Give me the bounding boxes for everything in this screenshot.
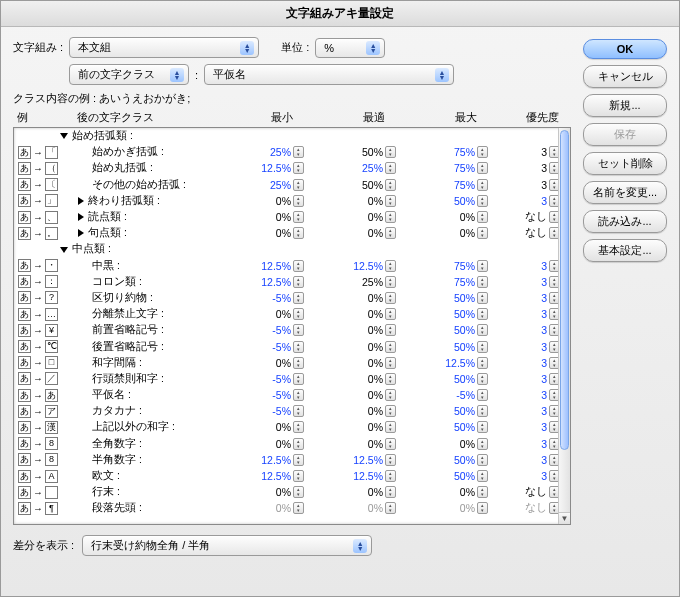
scroll-down-icon[interactable]: ▼: [559, 512, 570, 524]
priority-cell[interactable]: なし▴▾: [504, 210, 558, 224]
value-cell[interactable]: 75%▴▾: [412, 179, 504, 191]
spinner-icon[interactable]: ▴▾: [385, 276, 396, 288]
value-cell[interactable]: 0%▴▾: [412, 438, 504, 450]
spinner-icon[interactable]: ▴▾: [477, 438, 488, 450]
priority-cell[interactable]: 3▴▾: [504, 357, 558, 369]
priority-cell[interactable]: なし▴▾: [504, 501, 558, 515]
disclosure-icon[interactable]: [60, 133, 68, 139]
spinner-icon[interactable]: ▴▾: [293, 454, 304, 466]
spinner-icon[interactable]: ▴▾: [549, 502, 558, 514]
basic-button[interactable]: 基本設定...: [583, 239, 667, 262]
priority-cell[interactable]: 3▴▾: [504, 195, 558, 207]
spinner-icon[interactable]: ▴▾: [293, 162, 304, 174]
spinner-icon[interactable]: ▴▾: [385, 357, 396, 369]
value-cell[interactable]: 0%▴▾: [228, 357, 320, 369]
value-cell[interactable]: 0%▴▾: [320, 341, 412, 353]
priority-cell[interactable]: 3▴▾: [504, 405, 558, 417]
spinner-icon[interactable]: ▴▾: [477, 146, 488, 158]
value-cell[interactable]: -5%▴▾: [228, 373, 320, 385]
spinner-icon[interactable]: ▴▾: [385, 502, 396, 514]
spinner-icon[interactable]: ▴▾: [293, 373, 304, 385]
value-cell[interactable]: 50%▴▾: [412, 421, 504, 433]
spinner-icon[interactable]: ▴▾: [477, 324, 488, 336]
spinner-icon[interactable]: ▴▾: [477, 341, 488, 353]
spinner-icon[interactable]: ▴▾: [549, 292, 558, 304]
spinner-icon[interactable]: ▴▾: [385, 341, 396, 353]
value-cell[interactable]: 12.5%▴▾: [228, 454, 320, 466]
spinner-icon[interactable]: ▴▾: [385, 162, 396, 174]
spinner-icon[interactable]: ▴▾: [549, 146, 558, 158]
value-cell[interactable]: 12.5%▴▾: [228, 470, 320, 482]
cancel-button[interactable]: キャンセル: [583, 65, 667, 88]
spinner-icon[interactable]: ▴▾: [549, 162, 558, 174]
spinner-icon[interactable]: ▴▾: [293, 405, 304, 417]
spinner-icon[interactable]: ▴▾: [293, 341, 304, 353]
spinner-icon[interactable]: ▴▾: [477, 179, 488, 191]
spinner-icon[interactable]: ▴▾: [293, 146, 304, 158]
spinner-icon[interactable]: ▴▾: [293, 179, 304, 191]
spinner-icon[interactable]: ▴▾: [549, 341, 558, 353]
value-cell[interactable]: 0%▴▾: [320, 324, 412, 336]
priority-cell[interactable]: 3▴▾: [504, 438, 558, 450]
priority-cell[interactable]: 3▴▾: [504, 373, 558, 385]
spinner-icon[interactable]: ▴▾: [549, 357, 558, 369]
value-cell[interactable]: 75%▴▾: [412, 162, 504, 174]
value-cell[interactable]: 0%▴▾: [228, 308, 320, 320]
group-label[interactable]: 中点類 :: [60, 242, 228, 256]
value-cell[interactable]: 50%▴▾: [412, 470, 504, 482]
value-cell[interactable]: 0%▴▾: [412, 502, 504, 514]
priority-cell[interactable]: なし▴▾: [504, 226, 558, 240]
value-cell[interactable]: 50%▴▾: [412, 454, 504, 466]
priority-cell[interactable]: なし▴▾: [504, 485, 558, 499]
disclosure-icon[interactable]: [78, 229, 84, 237]
spinner-icon[interactable]: ▴▾: [293, 195, 304, 207]
disclosure-icon[interactable]: [60, 247, 68, 253]
spinner-icon[interactable]: ▴▾: [549, 438, 558, 450]
value-cell[interactable]: 12.5%▴▾: [320, 260, 412, 272]
spinner-icon[interactable]: ▴▾: [293, 276, 304, 288]
spinner-icon[interactable]: ▴▾: [477, 308, 488, 320]
spinner-icon[interactable]: ▴▾: [477, 502, 488, 514]
value-cell[interactable]: 0%▴▾: [320, 211, 412, 223]
spinner-icon[interactable]: ▴▾: [385, 227, 396, 239]
class-select[interactable]: 平仮名 ▲▼: [204, 64, 454, 85]
spinner-icon[interactable]: ▴▾: [549, 324, 558, 336]
value-cell[interactable]: 75%▴▾: [412, 276, 504, 288]
spinner-icon[interactable]: ▴▾: [385, 389, 396, 401]
value-cell[interactable]: 12.5%▴▾: [412, 357, 504, 369]
value-cell[interactable]: 25%▴▾: [320, 162, 412, 174]
value-cell[interactable]: 75%▴▾: [412, 260, 504, 272]
value-cell[interactable]: 12.5%▴▾: [320, 454, 412, 466]
value-cell[interactable]: 50%▴▾: [412, 405, 504, 417]
spinner-icon[interactable]: ▴▾: [477, 276, 488, 288]
value-cell[interactable]: 0%▴▾: [412, 227, 504, 239]
spinner-icon[interactable]: ▴▾: [549, 421, 558, 433]
spinner-icon[interactable]: ▴▾: [549, 276, 558, 288]
spinner-icon[interactable]: ▴▾: [385, 179, 396, 191]
spinner-icon[interactable]: ▴▾: [549, 405, 558, 417]
spinner-icon[interactable]: ▴▾: [385, 438, 396, 450]
priority-cell[interactable]: 3▴▾: [504, 454, 558, 466]
value-cell[interactable]: -5%▴▾: [228, 405, 320, 417]
spinner-icon[interactable]: ▴▾: [293, 308, 304, 320]
spinner-icon[interactable]: ▴▾: [385, 146, 396, 158]
value-cell[interactable]: 0%▴▾: [320, 357, 412, 369]
spinner-icon[interactable]: ▴▾: [477, 195, 488, 207]
disclosure-icon[interactable]: [78, 197, 84, 205]
spinner-icon[interactable]: ▴▾: [549, 454, 558, 466]
spinner-icon[interactable]: ▴▾: [293, 211, 304, 223]
value-cell[interactable]: 0%▴▾: [228, 195, 320, 207]
value-cell[interactable]: 0%▴▾: [320, 502, 412, 514]
spinner-icon[interactable]: ▴▾: [549, 486, 558, 498]
value-cell[interactable]: 25%▴▾: [228, 146, 320, 158]
value-cell[interactable]: 0%▴▾: [228, 421, 320, 433]
priority-cell[interactable]: 3▴▾: [504, 389, 558, 401]
value-cell[interactable]: 0%▴▾: [320, 308, 412, 320]
spinner-icon[interactable]: ▴▾: [293, 486, 304, 498]
unit-select[interactable]: % ▲▼: [315, 38, 385, 58]
spinner-icon[interactable]: ▴▾: [293, 502, 304, 514]
value-cell[interactable]: -5%▴▾: [228, 324, 320, 336]
value-cell[interactable]: 0%▴▾: [320, 227, 412, 239]
value-cell[interactable]: 50%▴▾: [412, 195, 504, 207]
spinner-icon[interactable]: ▴▾: [549, 227, 558, 239]
